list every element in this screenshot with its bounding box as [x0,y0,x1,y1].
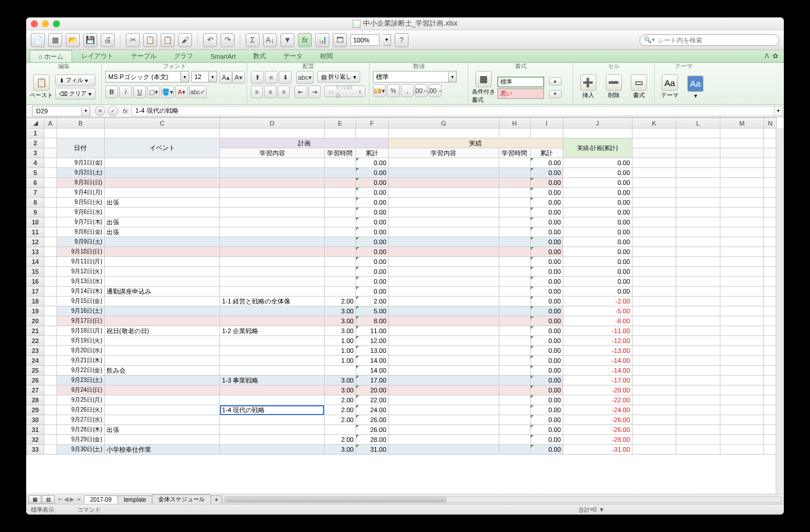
table-row[interactable]: 249月21日(木)1.0014.000.00-14.00 [27,356,777,366]
review-icon[interactable]: 🗔 [333,33,347,47]
print-icon[interactable]: 🖨 [101,33,115,47]
spreadsheet-area[interactable]: ◢ ABCDEFGHIJKLMN 12日付イベント計画実績実績-計画(累計)3学… [26,117,784,494]
open-icon[interactable]: 📂 [66,33,80,47]
wrap-button[interactable]: ▤ 折り返し ▾ [317,71,360,83]
select-all-corner[interactable]: ◢ [27,118,44,128]
fill-color-icon[interactable]: 🪣▾ [161,85,174,98]
help-icon[interactable]: ? [395,33,408,47]
bold-icon[interactable]: B [105,85,118,98]
redo-icon[interactable]: ↷ [221,33,235,47]
table-row[interactable]: 159月12日(火)0.000.000.00 [27,267,777,277]
minimize-button[interactable] [42,20,49,27]
tab-smartart[interactable]: SmartArt [202,50,244,62]
paste-icon[interactable]: 📋 [161,33,175,47]
phonetic-icon[interactable]: abc✓ [189,85,207,98]
inc-decimal-icon[interactable]: .00← [415,84,428,97]
table-row[interactable]: 229月19日(火)1.0012.000.00-12.00 [27,336,777,346]
filter-icon[interactable]: ▼ [280,33,294,47]
orientation-icon[interactable]: abc▾ [296,71,314,84]
indent-dec-icon[interactable]: ⇤ [294,85,307,98]
comma-icon[interactable]: , [401,84,414,97]
delete-button[interactable]: ➖削除 [602,74,626,99]
name-box[interactable]: D29 [32,106,82,116]
shrink-font-icon[interactable]: A▾ [232,71,245,84]
table-row[interactable]: 109月7日(木)出張0.000.000.00 [27,217,777,227]
table-row[interactable]: 339月30日(土)小学校奉仕作業3.0031.000.00-31.00 [27,445,777,455]
font-color-icon[interactable]: A▾ [175,85,188,98]
column-headers[interactable]: ◢ ABCDEFGHIJKLMN [27,118,777,128]
align-left-icon[interactable]: ≡ [251,85,263,98]
align-right-icon[interactable]: ≡ [278,85,290,98]
table-row[interactable]: 309月27日(水)2.0026.000.00-26.00 [27,415,777,425]
normal-view-icon[interactable]: ▦ [29,495,41,504]
italic-icon[interactable]: I [119,85,132,98]
formula-expand-icon[interactable]: ▼ [775,106,783,116]
table-row[interactable]: 119月8日(金)出張0.000.000.00 [27,227,777,237]
table-row[interactable]: 59月2日(土)0.000.000.00 [27,168,777,178]
font-size-combo[interactable]: 12 [191,71,209,83]
format-painter-icon[interactable]: 🖌 [178,33,192,47]
sheet-tab[interactable]: 全体スケジュール [152,494,211,504]
tab-layout[interactable]: レイアウト [73,50,122,62]
sheet-tab-active[interactable]: 2017-09 [84,495,118,504]
indent-inc-icon[interactable]: ⇥ [308,85,321,98]
chart-icon[interactable]: 📊 [315,33,329,47]
enter-icon[interactable]: ✓ [108,106,118,116]
tab-home[interactable]: ⌂ホーム [30,50,72,62]
align-top-icon[interactable]: ⬆ [251,71,264,84]
table-row[interactable]: 299月26日(火)1-4 現代の戦略2.0024.000.00-24.00 [27,405,777,415]
align-bottom-icon[interactable]: ⬇ [279,71,292,84]
dec-decimal-icon[interactable]: .00→ [429,84,442,97]
theme-font-button[interactable]: Aa▾ [684,76,707,99]
format-button[interactable]: ▭書式 [627,74,651,99]
table-row[interactable]: 79月4日(月)0.000.000.00 [27,188,777,198]
sort-icon[interactable]: A↓ [263,33,277,47]
search-input[interactable] [658,37,775,44]
table-row[interactable]: 199月16日(土)3.005.000.00-5.00 [27,306,777,316]
table-row[interactable]: 129月9日(土)0.000.000.00 [27,237,777,247]
settings-icon[interactable]: ✿ [773,52,778,60]
formula-input[interactable]: 1-4 現代の戦略 [132,106,775,116]
new-doc-icon[interactable]: 📄 [31,33,45,47]
style-up-icon[interactable]: ▲ [549,77,562,85]
table-row[interactable]: 259月22日(金)飲み会14.000.00-14.00 [27,366,777,376]
copy-icon[interactable]: 📋 [143,33,157,47]
table-row[interactable]: 179月14日(木)通勤講座申込み0.000.000.00 [27,287,777,297]
table-row[interactable]: 69月3日(日)0.000.000.00 [27,178,777,188]
table-row[interactable]: 289月25日(月)2.0022.000.00-22.00 [27,395,777,405]
underline-icon[interactable]: U [133,85,146,98]
undo-icon[interactable]: ↶ [203,33,217,47]
align-middle-icon[interactable]: ≡ [265,71,278,84]
table-row[interactable]: 209月17日(日)3.008.000.00-8.00 [27,316,777,326]
close-button[interactable] [31,20,38,27]
currency-icon[interactable]: 💴▾ [373,84,386,97]
prev-sheet-icon[interactable]: ◀ [64,496,69,502]
last-sheet-icon[interactable]: ⇥ [76,496,80,502]
align-center-icon[interactable]: ≡ [264,85,276,98]
tab-review[interactable]: 校閲 [312,50,341,62]
table-row[interactable]: 89月5日(火)出張0.000.000.00 [27,198,777,208]
table-row[interactable]: 239月20日(水)1.0013.000.00-13.00 [27,346,777,356]
paste-button[interactable]: 📋ペースト [30,74,53,99]
tab-data[interactable]: データ [275,50,311,62]
page-view-icon[interactable]: ▥ [42,495,55,504]
tab-table[interactable]: テーブル [123,50,165,62]
table-row[interactable]: 189月15日(金)1-1 経営と戦略の全体像2.002.000.00-2.00 [27,297,777,306]
tab-chart[interactable]: グラフ [166,50,201,62]
style-normal[interactable]: 標準 [498,77,544,87]
collapse-ribbon-icon[interactable]: ᐱ [765,52,769,60]
zoom-input[interactable]: 100% [350,34,379,46]
grow-font-icon[interactable]: A▴ [219,71,232,84]
table-row[interactable]: 99月6日(水)0.000.000.00 [27,208,777,217]
clear-button[interactable]: ⌫ クリア ▾ [55,88,95,99]
template-icon[interactable]: ▦ [48,33,62,47]
sheet-search[interactable]: 🔍▾ [640,34,779,46]
sum-label[interactable]: 合計=0 ▼ [578,506,605,514]
style-bad[interactable]: 悪い [498,88,544,99]
zoom-dropdown[interactable]: ▼ [383,34,391,46]
table-row[interactable]: 149月11日(月)0.000.000.00 [27,257,777,267]
tab-formula[interactable]: 数式 [245,50,274,62]
autosum-icon[interactable]: Σ [246,33,260,47]
cancel-icon[interactable]: ✕ [95,106,105,116]
name-box-dropdown[interactable]: ▼ [82,106,90,116]
